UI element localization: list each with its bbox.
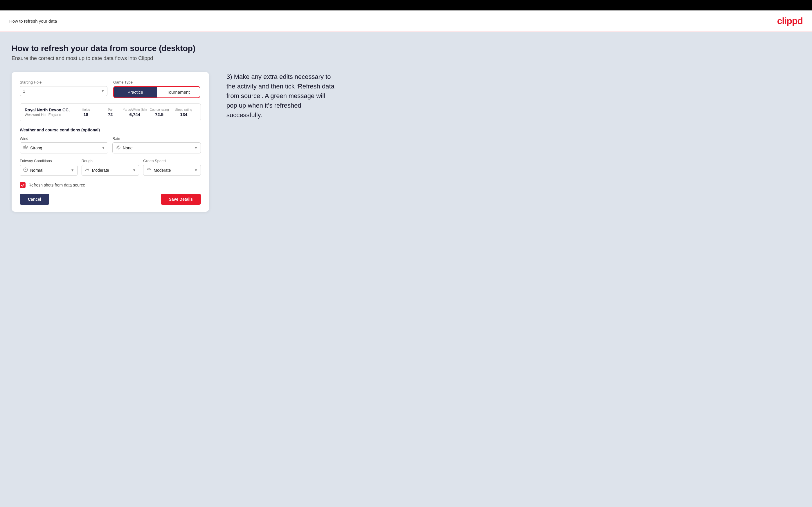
wind-chevron-icon: ▼: [102, 146, 105, 150]
tournament-button[interactable]: Tournament: [157, 87, 200, 98]
green-speed-group: Green Speed Moderate ▼: [143, 159, 201, 176]
logo: clippd: [777, 16, 803, 26]
green-speed-label: Green Speed: [143, 159, 201, 163]
page-subtitle: Ensure the correct and most up to date d…: [12, 55, 800, 61]
course-info-box: Royal North Devon GC, Westward Ho!, Engl…: [20, 103, 201, 121]
par-label: Par: [98, 108, 122, 111]
rough-label: Rough: [82, 159, 139, 163]
green-speed-select[interactable]: Moderate ▼: [143, 165, 201, 176]
fairway-label: Fairway Conditions: [20, 159, 78, 163]
course-stat-holes: Holes 18: [74, 108, 98, 117]
game-type-label: Game Type: [113, 80, 201, 84]
course-name-main: Royal North Devon GC,: [25, 108, 74, 112]
course-name-group: Royal North Devon GC, Westward Ho!, Engl…: [25, 108, 74, 117]
wind-value: Strong: [30, 146, 102, 150]
starting-hole-label: Starting Hole: [20, 80, 107, 84]
cancel-button[interactable]: Cancel: [20, 194, 49, 205]
slope-rating-value: 134: [171, 112, 196, 117]
svg-point-0: [117, 147, 119, 148]
fairway-icon: [23, 167, 28, 173]
holes-value: 18: [74, 112, 98, 117]
form-card: Starting Hole 1 ▼ Game Type Practice Tou…: [12, 72, 209, 212]
fairway-value: Normal: [30, 168, 71, 173]
side-note-text: 3) Make any extra edits necessary to the…: [226, 72, 337, 120]
rough-select[interactable]: Moderate ▼: [82, 165, 139, 176]
refresh-checkbox-label: Refresh shots from data source: [29, 183, 85, 187]
wind-icon: [23, 145, 28, 151]
yards-label: Yards/White (M)): [122, 108, 147, 111]
par-value: 72: [98, 112, 122, 117]
svg-point-2: [149, 169, 150, 170]
main-content: How to refresh your data from source (de…: [0, 32, 812, 507]
yards-value: 6,744: [122, 112, 147, 117]
starting-hole-group: Starting Hole 1 ▼: [20, 80, 107, 98]
wind-group: Wind Strong ▼: [20, 136, 108, 154]
top-form-row: Starting Hole 1 ▼ Game Type Practice Tou…: [20, 80, 201, 98]
game-type-group: Game Type Practice Tournament: [113, 80, 201, 98]
rain-group: Rain None ▼: [112, 136, 201, 154]
practice-button[interactable]: Practice: [114, 87, 157, 98]
conditions-row-2: Fairway Conditions Normal ▼ Rough: [20, 159, 201, 176]
wind-rain-row: Wind Strong ▼ Rain No: [20, 136, 201, 154]
button-row: Cancel Save Details: [20, 194, 201, 205]
page-title: How to refresh your data from source (de…: [12, 44, 800, 53]
course-name-sub: Westward Ho!, England: [25, 113, 74, 117]
green-speed-value: Moderate: [154, 168, 194, 173]
game-type-toggle: Practice Tournament: [113, 86, 200, 98]
wind-select[interactable]: Strong ▼: [20, 143, 108, 154]
course-stat-par: Par 72: [98, 108, 122, 117]
rain-label: Rain: [112, 136, 201, 141]
rain-icon: [115, 145, 121, 151]
course-rating-value: 72.5: [147, 112, 171, 117]
fairway-select[interactable]: Normal ▼: [20, 165, 78, 176]
wind-label: Wind: [20, 136, 108, 141]
top-bar: [0, 0, 812, 10]
fairway-group: Fairway Conditions Normal ▼: [20, 159, 78, 176]
breadcrumb: How to refresh your data: [9, 18, 57, 23]
holes-label: Holes: [74, 108, 98, 111]
refresh-checkbox-row: Refresh shots from data source: [20, 182, 201, 188]
rough-value: Moderate: [92, 168, 133, 173]
refresh-checkbox[interactable]: [20, 182, 26, 188]
rain-value: None: [123, 146, 194, 150]
rain-select[interactable]: None ▼: [112, 143, 201, 154]
course-stat-course-rating: Course rating 72.5: [147, 108, 171, 117]
course-stat-slope-rating: Slope rating 134: [171, 108, 196, 117]
fairway-chevron-icon: ▼: [71, 168, 74, 172]
starting-hole-select[interactable]: 1: [20, 86, 107, 96]
content-layout: Starting Hole 1 ▼ Game Type Practice Tou…: [12, 72, 800, 212]
rough-icon: [85, 167, 90, 173]
weather-section-title: Weather and course conditions (optional): [20, 128, 201, 132]
course-stat-yards: Yards/White (M)) 6,744: [122, 108, 147, 117]
save-button[interactable]: Save Details: [161, 194, 201, 205]
slope-rating-label: Slope rating: [171, 108, 196, 111]
rough-chevron-icon: ▼: [133, 168, 136, 172]
green-speed-chevron-icon: ▼: [194, 168, 198, 172]
header: How to refresh your data clippd: [0, 10, 812, 32]
side-note: 3) Make any extra edits necessary to the…: [226, 72, 337, 120]
rough-group: Rough Moderate ▼: [82, 159, 139, 176]
rain-chevron-icon: ▼: [194, 146, 198, 150]
course-rating-label: Course rating: [147, 108, 171, 111]
starting-hole-select-wrap: 1 ▼: [20, 86, 107, 96]
green-speed-icon: [146, 167, 152, 173]
